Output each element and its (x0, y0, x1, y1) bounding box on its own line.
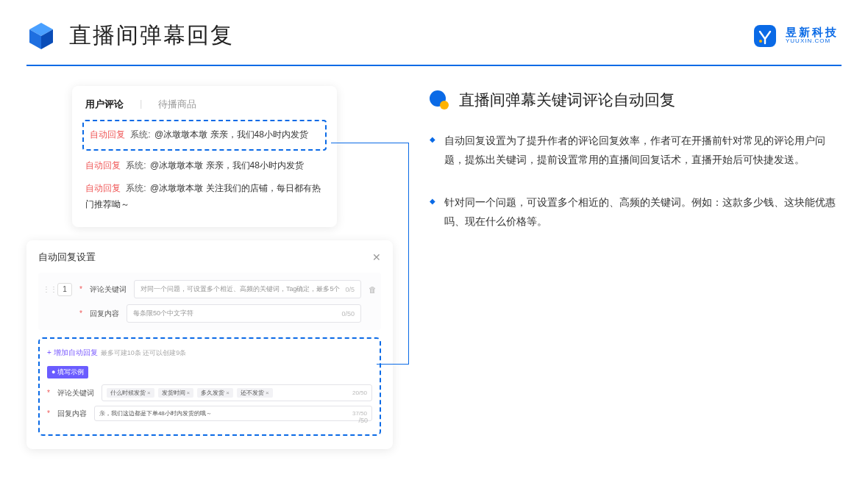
reply-counter: 0/50 (341, 310, 355, 317)
brand-block: 昱新科技 YUUXIN.COM (752, 23, 839, 49)
svg-point-6 (440, 101, 449, 110)
example-reply-input[interactable]: 亲，我们这边都是下单48小时内发货的哦～ 37/50 (94, 406, 372, 421)
header-divider (26, 65, 842, 66)
example-keyword-counter: 20/50 (352, 390, 367, 396)
required-star: * (47, 389, 50, 397)
example-keyword-label: 评论关键词 (57, 388, 94, 398)
rule-index: 1 (57, 283, 72, 296)
settings-title: 自动回复设置 (38, 251, 96, 264)
section-title: 直播间弹幕关键词评论自动回复 (459, 90, 675, 110)
reply-placeholder: 每条限50个中文字符 (133, 309, 193, 318)
close-icon[interactable]: ✕ (372, 251, 381, 263)
brand-name-cn: 昱新科技 (786, 26, 839, 39)
brand-name-en: YUUXIN.COM (786, 38, 839, 45)
description-column: 直播间弹幕关键词评论自动回复 自动回复设置为了提升作者的评论回复效率，作者可在开… (428, 86, 842, 255)
content-row: 用户评论 | 待播商品 自动回复 系统: @冰墩墩本墩 亲亲，我们48小时内发货… (0, 51, 868, 255)
keyword-counter: 0/5 (345, 286, 355, 293)
system-label: 系统: (130, 129, 150, 140)
tab-pending-goods[interactable]: 待播商品 (158, 98, 196, 111)
highlighted-comment: 自动回复 系统: @冰墩墩本墩 亲亲，我们48小时内发货 (82, 120, 327, 151)
bullet-item: 自动回复设置为了提升作者的评论回复效率，作者可在开播前针对常见的评论用户问题，提… (444, 132, 842, 170)
example-reply-counter: 37/50 (352, 410, 367, 417)
svg-point-4 (759, 40, 762, 43)
screenshot-column: 用户评论 | 待播商品 自动回复 系统: @冰墩墩本墩 亲亲，我们48小时内发货… (26, 86, 387, 255)
example-keyword-row: * 评论关键词 什么时候发货× 发货时间× 多久发货× 还不发货× 20/50 (47, 384, 372, 401)
comment-line: 自动回复 系统: @冰墩墩本墩 关注我们的店铺，每日都有热门推荐呦～ (85, 181, 324, 212)
page-header: 直播间弹幕回复 昱新科技 YUUXIN.COM (0, 0, 868, 51)
keyword-chip[interactable]: 还不发货× (237, 388, 273, 398)
reply-input[interactable]: 每条限50个中文字符 0/50 (127, 304, 361, 323)
brand-logo-icon (752, 23, 778, 49)
required-star: * (47, 409, 50, 417)
example-section: + 增加自动回复 最多可建10条 还可以创建9条 ● 填写示例 * 评论关键词 … (38, 337, 381, 436)
reply-label: 回复内容 (90, 309, 119, 319)
example-badge: ● 填写示例 (47, 366, 88, 378)
example-reply-row: * 回复内容 亲，我们这边都是下单48小时内发货的哦～ 37/50 (47, 406, 372, 421)
add-link-text: + 增加自动回复 (47, 348, 98, 358)
feature-bullets: 自动回复设置为了提升作者的评论回复效率，作者可在开播前针对常见的评论用户问题，提… (428, 132, 842, 232)
keyword-chip[interactable]: 多久发货× (197, 388, 233, 398)
comment-line: 自动回复 系统: @冰墩墩本墩 亲亲，我们48小时内发货 (85, 158, 324, 174)
comment-line: 自动回复 系统: @冰墩墩本墩 亲亲，我们48小时内发货 (90, 127, 319, 143)
keyword-input[interactable]: 对同一个问题，可设置多个相近、高频的关键词，Tag确定，最多5个 0/5 (134, 280, 361, 298)
keyword-row: ⋮⋮ 1 * 评论关键词 对同一个问题，可设置多个相近、高频的关键词，Tag确定… (43, 280, 377, 298)
tab-separator: | (140, 98, 142, 111)
header-left: 直播间弹幕回复 (26, 21, 234, 51)
add-auto-reply-link[interactable]: + 增加自动回复 最多可建10条 还可以创建9条 (47, 348, 372, 358)
system-label: 系统: (126, 183, 146, 193)
page-title: 直播间弹幕回复 (69, 21, 234, 51)
brand-text: 昱新科技 YUUXIN.COM (786, 26, 839, 45)
comments-panel: 用户评论 | 待播商品 自动回复 系统: @冰墩墩本墩 亲亲，我们48小时内发货… (72, 86, 337, 227)
auto-reply-settings-panel: 自动回复设置 ✕ ⋮⋮ 1 * 评论关键词 对同一个问题，可设置多个相近、高频的… (26, 240, 393, 449)
required-star: * (79, 285, 82, 293)
delete-icon[interactable]: 🗑 (369, 285, 377, 294)
comment-text: @冰墩墩本墩 亲亲，我们48小时内发货 (150, 160, 304, 171)
settings-header: 自动回复设置 ✕ (38, 251, 381, 264)
extra-counter: /50 (358, 417, 368, 424)
reply-row: ⋮⋮ 1 * 回复内容 每条限50个中文字符 0/50 🗑 (43, 304, 377, 323)
example-reply-value: 亲，我们这边都是下单48小时内发货的哦～ (99, 409, 212, 417)
keyword-chip[interactable]: 什么时候发货× (107, 388, 154, 398)
add-link-hint: 最多可建10条 还可以创建9条 (101, 348, 187, 358)
system-label: 系统: (126, 160, 146, 171)
tabs-row: 用户评论 | 待播商品 (85, 98, 324, 111)
auto-reply-tag: 自动回复 (85, 160, 121, 171)
keyword-chip[interactable]: 发货时间× (158, 388, 194, 398)
required-star: * (79, 309, 82, 317)
chat-bubble-icon (428, 89, 450, 111)
comment-text: @冰墩墩本墩 亲亲，我们48小时内发货 (154, 129, 308, 140)
keyword-label: 评论关键词 (90, 284, 127, 295)
tab-user-comments[interactable]: 用户评论 (85, 98, 124, 111)
auto-reply-tag: 自动回复 (85, 183, 121, 193)
auto-reply-tag: 自动回复 (90, 129, 125, 140)
cube-icon (26, 21, 56, 51)
example-keyword-input[interactable]: 什么时候发货× 发货时间× 多久发货× 还不发货× 20/50 (102, 384, 372, 401)
bullet-item: 针对同一个问题，可设置多个相近的、高频的关键词。例如：这款多少钱、这块能优惠吗、… (444, 193, 842, 232)
section-header: 直播间弹幕关键词评论自动回复 (428, 89, 842, 111)
drag-handle-icon[interactable]: ⋮⋮ (43, 285, 50, 293)
keyword-placeholder: 对同一个问题，可设置多个相近、高频的关键词，Tag确定，最多5个 (140, 284, 341, 294)
example-reply-label: 回复内容 (57, 409, 87, 419)
rule-row-group: ⋮⋮ 1 * 评论关键词 对同一个问题，可设置多个相近、高频的关键词，Tag确定… (38, 273, 381, 330)
